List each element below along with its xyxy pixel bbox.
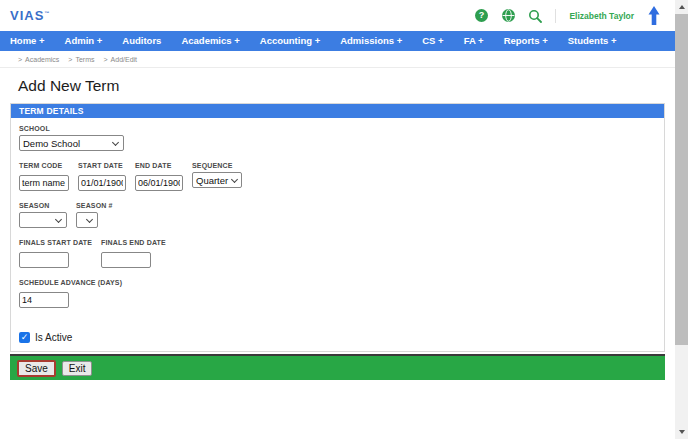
season-field: SEASON: [19, 202, 67, 228]
section-header: TERM DETAILS: [11, 104, 664, 118]
logo-text: VIAS: [10, 8, 44, 23]
finals-start-label: FINALS START DATE: [19, 239, 92, 246]
sequence-select[interactable]: Quarter: [192, 172, 242, 188]
end-date-label: END DATE: [135, 162, 183, 169]
season-select[interactable]: [19, 212, 67, 228]
nav-item-academics[interactable]: Academics +: [171, 31, 249, 51]
globe-icon[interactable]: [501, 9, 515, 23]
page-content: VIAS™ ? Elizabeth Taylor: [0, 0, 675, 380]
is-active-row: ✓ Is Active: [19, 332, 656, 343]
term-dates-row: TERM CODE START DATE END DATE SEQUENCE Q…: [19, 162, 656, 191]
breadcrumb-add-edit[interactable]: > Add/Edit: [103, 56, 137, 63]
schedule-advance-input[interactable]: [19, 292, 69, 308]
schedule-advance-label: SCHEDULE ADVANCE (DAYS): [19, 279, 122, 286]
nav-item-auditors[interactable]: Auditors: [112, 31, 171, 51]
scroll-up-button[interactable]: [675, 0, 688, 14]
chevron-down-icon: [86, 215, 93, 222]
finals-end-label: FINALS END DATE: [101, 239, 166, 246]
schedule-advance-field: SCHEDULE ADVANCE (DAYS): [19, 279, 122, 308]
term-code-input[interactable]: [19, 175, 69, 191]
breadcrumb-separator: >: [103, 56, 107, 63]
help-glyph: ?: [475, 9, 488, 22]
breadcrumb-separator: >: [18, 56, 22, 63]
nav-item-cs[interactable]: CS +: [412, 31, 453, 51]
school-label: SCHOOL: [19, 125, 124, 132]
chevron-down-icon: [112, 138, 119, 145]
scroll-down-button[interactable]: [675, 425, 688, 439]
help-icon[interactable]: ?: [474, 9, 488, 23]
nav-item-accounting[interactable]: Accounting +: [250, 31, 330, 51]
scroll-up-icon: [679, 5, 685, 9]
finals-end-field: FINALS END DATE: [101, 239, 166, 268]
school-select[interactable]: Demo School: [19, 135, 124, 151]
sequence-field: SEQUENCE Quarter: [192, 162, 242, 188]
term-code-label: TERM CODE: [19, 162, 69, 169]
breadcrumb-label: Terms: [75, 56, 94, 63]
header-divider: [555, 9, 556, 23]
season-number-select[interactable]: [76, 212, 98, 228]
school-row: SCHOOL Demo School: [19, 125, 656, 151]
breadcrumb-label: Add/Edit: [111, 56, 137, 63]
start-date-field: START DATE: [78, 162, 126, 191]
search-icon[interactable]: [528, 9, 542, 23]
start-date-label: START DATE: [78, 162, 126, 169]
trademark-mark: ™: [44, 10, 49, 16]
term-code-field: TERM CODE: [19, 162, 69, 191]
start-date-input[interactable]: [78, 175, 126, 191]
schedule-advance-row: SCHEDULE ADVANCE (DAYS): [19, 279, 656, 308]
season-number-label: SEASON #: [76, 202, 113, 209]
term-details-card: TERM DETAILS SCHOOL Demo School TERM COD…: [10, 103, 665, 352]
main-nav: Home + Admin + Auditors Academics + Acco…: [0, 31, 675, 51]
breadcrumb-separator: >: [68, 56, 72, 63]
end-date-input[interactable]: [135, 175, 183, 191]
chevron-down-icon: [55, 215, 62, 222]
app-logo[interactable]: VIAS™: [10, 8, 49, 23]
up-arrow-icon[interactable]: [647, 9, 661, 23]
save-button[interactable]: Save: [17, 360, 56, 377]
school-select-value: Demo School: [23, 138, 80, 149]
exit-button[interactable]: Exit: [62, 361, 93, 376]
finals-start-input[interactable]: [19, 252, 69, 268]
chevron-down-icon: [231, 175, 238, 182]
nav-item-admin[interactable]: Admin +: [55, 31, 113, 51]
season-label: SEASON: [19, 202, 67, 209]
user-name[interactable]: Elizabeth Taylor: [569, 11, 634, 21]
sequence-label: SEQUENCE: [192, 162, 242, 169]
finals-row: FINALS START DATE FINALS END DATE: [19, 239, 656, 268]
header-right: ? Elizabeth Taylor: [474, 9, 661, 23]
nav-item-fa[interactable]: FA +: [454, 31, 494, 51]
finals-end-input[interactable]: [101, 252, 151, 268]
scrollbar-thumb[interactable]: [675, 14, 688, 345]
season-number-field: SEASON #: [76, 202, 113, 228]
vertical-scrollbar[interactable]: [675, 0, 688, 439]
nav-item-students[interactable]: Students +: [558, 31, 627, 51]
breadcrumb: > Academics > Terms > Add/Edit: [0, 51, 675, 68]
school-field: SCHOOL Demo School: [19, 125, 124, 151]
is-active-checkbox[interactable]: ✓: [19, 332, 30, 343]
nav-item-home[interactable]: Home +: [0, 31, 55, 51]
season-row: SEASON SEASON #: [19, 202, 656, 228]
breadcrumb-academics[interactable]: > Academics: [18, 56, 59, 63]
breadcrumb-label: Academics: [25, 56, 59, 63]
is-active-label: Is Active: [35, 332, 72, 343]
end-date-field: END DATE: [135, 162, 183, 191]
app-header: VIAS™ ? Elizabeth Taylor: [0, 0, 675, 31]
nav-item-admissions[interactable]: Admissions +: [330, 31, 412, 51]
scroll-down-icon: [679, 430, 685, 434]
breadcrumb-terms[interactable]: > Terms: [68, 56, 94, 63]
action-bar: Save Exit: [10, 354, 665, 380]
nav-item-reports[interactable]: Reports +: [494, 31, 558, 51]
form-body: SCHOOL Demo School TERM CODE START DATE: [11, 118, 664, 351]
page-title: Add New Term: [18, 77, 675, 95]
finals-start-field: FINALS START DATE: [19, 239, 92, 268]
sequence-select-value: Quarter: [196, 175, 228, 186]
